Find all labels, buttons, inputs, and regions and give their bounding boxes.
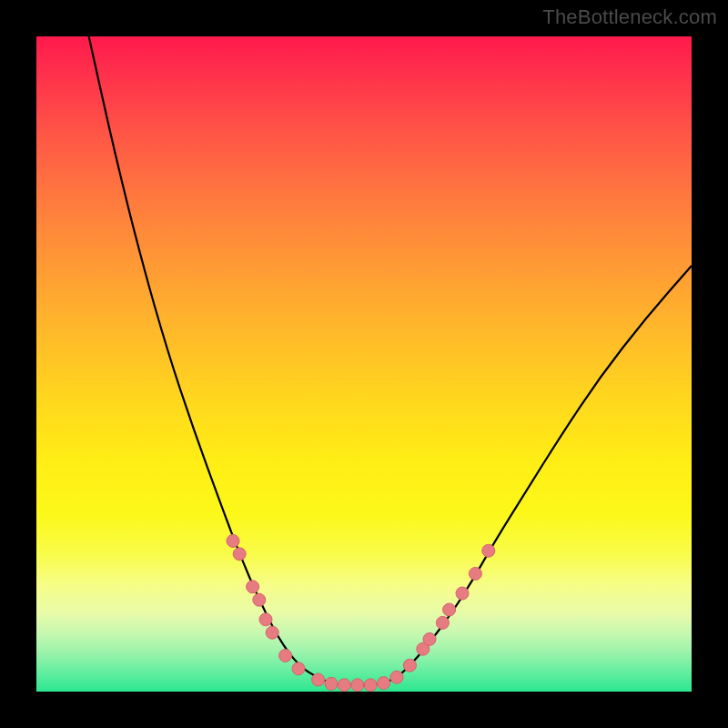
data-marker [417, 642, 430, 655]
data-marker [456, 587, 469, 600]
data-marker [292, 662, 305, 675]
data-marker [279, 649, 292, 662]
curve-path [89, 36, 692, 685]
data-marker [247, 581, 259, 593]
source-watermark: TheBottleneck.com [542, 5, 717, 29]
data-marker [325, 677, 338, 690]
data-marker [423, 632, 436, 645]
data-marker [266, 626, 278, 639]
data-marker [403, 659, 416, 672]
data-markers [227, 534, 495, 691]
data-marker [390, 671, 403, 683]
data-marker [443, 603, 456, 616]
data-marker [364, 679, 377, 692]
data-marker [378, 677, 390, 690]
data-marker [469, 567, 481, 580]
chart-frame: TheBottleneck.com [0, 0, 728, 728]
plot-area [36, 36, 692, 692]
data-marker [259, 613, 272, 626]
data-marker [233, 548, 246, 561]
data-marker [436, 616, 449, 629]
data-marker [351, 679, 364, 692]
bottleneck-curve [36, 36, 692, 692]
data-marker [338, 679, 350, 692]
data-marker [312, 673, 325, 686]
data-marker [482, 544, 495, 557]
data-marker [253, 593, 266, 606]
data-marker [227, 534, 239, 547]
